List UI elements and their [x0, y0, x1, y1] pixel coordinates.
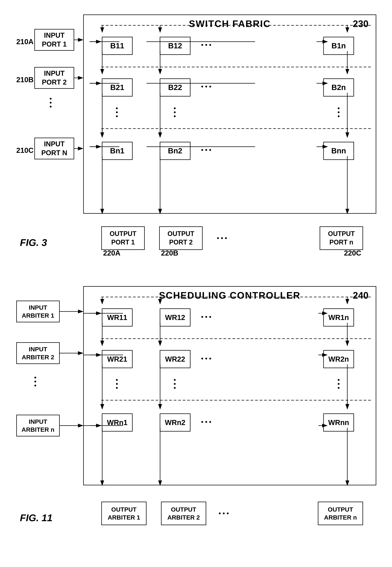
- arbiter-dots: [34, 377, 36, 387]
- switch-fabric-title: SWITCH FABRIC: [84, 18, 376, 29]
- switch-fabric-box: SWITCH FABRIC 230 B11 B12 B1n B21 B22 B2…: [83, 15, 376, 214]
- switch-fabric-label: 230: [353, 18, 368, 29]
- bn1-cell: Bn1: [102, 142, 133, 160]
- b22-cell: B22: [160, 78, 191, 97]
- input-arbiter-n: INPUTARBITER n: [16, 415, 60, 436]
- b2n-cell: B2n: [323, 78, 354, 97]
- wr11-cell: WR11: [102, 308, 133, 327]
- output-port-1-label: 220A: [103, 249, 121, 257]
- row1-dots: [201, 44, 211, 46]
- wr-col1-dots: [116, 379, 118, 389]
- fig3-diagram: 210A 210B 210C INPUTPORT 1 INPUTPORT 2 I…: [14, 11, 378, 261]
- wr1n-cell: WR1n: [323, 308, 354, 327]
- input-port-2: INPUTPORT 2: [34, 67, 74, 89]
- wr-row1-dots: [201, 316, 211, 318]
- output-arbiter-dots: [219, 512, 229, 514]
- output-port-1: OUTPUTPORT 1: [101, 226, 145, 250]
- output-arbiter-n: OUTPUTARBITER n: [318, 502, 363, 525]
- wr-coln-dots: [338, 379, 339, 389]
- input-port-2-label: 210B: [16, 76, 34, 84]
- output-port-2: OUTPUTPORT 2: [159, 226, 203, 250]
- output-dots: [217, 237, 227, 239]
- wr-col2-dots: [174, 379, 176, 389]
- col2-dots: [174, 107, 176, 117]
- wrn2-cell: WRn2: [160, 413, 191, 432]
- wr-row2-dots: [201, 358, 211, 359]
- wr22-cell: WR22: [160, 350, 191, 368]
- output-port-2-label: 220B: [161, 249, 178, 257]
- fig11-diagram: INPUTARBITER 1 INPUTARBITER 2 INPUTARBIT…: [14, 283, 378, 536]
- wr-rown-dots: [201, 421, 211, 423]
- coln-dots: [338, 107, 339, 117]
- b21-cell: B21: [102, 78, 133, 97]
- wr12-cell: WR12: [160, 308, 191, 327]
- wr2n-cell: WR2n: [323, 350, 354, 368]
- bnn-cell: Bnn: [323, 142, 354, 160]
- wrnn-cell: WRnn: [323, 413, 354, 432]
- scheduling-controller-box: SCHEDULING CONTROLLER 240 WR11 WR12 WR1n…: [83, 286, 376, 485]
- input-port-n-label: 210C: [16, 146, 34, 154]
- sched-controller-title: SCHEDULING CONTROLLER: [84, 290, 376, 301]
- input-port-n: INPUTPORT N: [34, 138, 74, 159]
- rown-dots: [201, 149, 211, 151]
- output-port-n-label: 220C: [344, 249, 361, 257]
- wrn1-cell: WRn1: [102, 413, 133, 432]
- input-arbiter-1: INPUTARBITER 1: [16, 301, 60, 322]
- input-port-1: INPUTPORT 1: [34, 29, 74, 51]
- b11-cell: B11: [102, 37, 133, 55]
- output-arbiter-1: OUTPUTARBITER 1: [101, 502, 147, 525]
- output-port-n: OUTPUTPORT n: [320, 226, 363, 250]
- col1-dots: [116, 107, 118, 117]
- b12-cell: B12: [160, 37, 191, 55]
- page: 210A 210B 210C INPUTPORT 1 INPUTPORT 2 I…: [0, 0, 392, 567]
- fig11-caption: FIG. 11: [20, 512, 53, 523]
- row2-dots: [201, 86, 211, 88]
- bn2-cell: Bn2: [160, 142, 191, 160]
- output-arbiter-2: OUTPUTARBITER 2: [161, 502, 206, 525]
- sched-controller-label: 240: [353, 290, 368, 301]
- b1n-cell: B1n: [323, 37, 354, 55]
- input-arbiter-2: INPUTARBITER 2: [16, 342, 60, 364]
- input-dots: [50, 98, 52, 107]
- wr21-cell: WR21: [102, 350, 133, 368]
- input-port-1-label: 210A: [16, 38, 34, 46]
- fig3-caption: FIG. 3: [20, 237, 47, 248]
